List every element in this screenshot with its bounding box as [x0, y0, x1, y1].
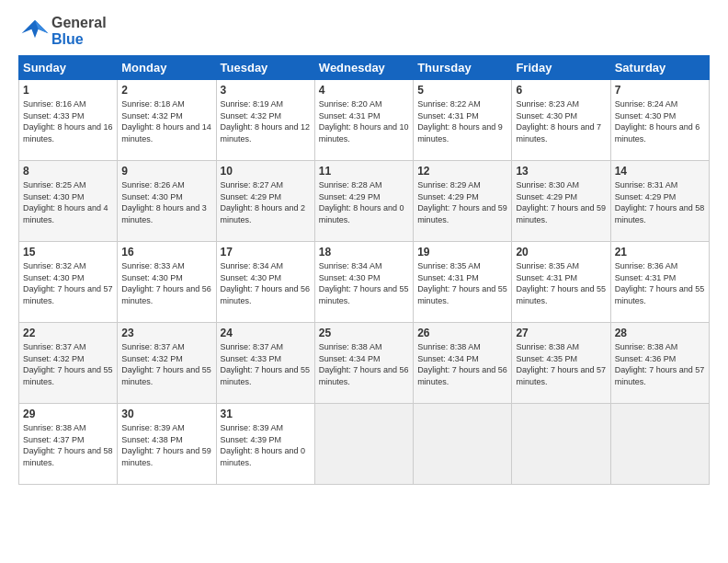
calendar-cell: 4Sunrise: 8:20 AMSunset: 4:31 PMDaylight…: [314, 80, 413, 161]
calendar-cell: [314, 404, 413, 485]
day-header-wednesday: Wednesday: [314, 56, 413, 80]
day-number: 17: [221, 246, 311, 259]
day-info: Sunrise: 8:22 AMSunset: 4:31 PMDaylight:…: [417, 99, 503, 144]
day-number: 24: [221, 327, 311, 339]
day-info: Sunrise: 8:16 AMSunset: 4:33 PMDaylight:…: [23, 99, 113, 144]
calendar-cell: 11Sunrise: 8:28 AMSunset: 4:29 PMDayligh…: [314, 161, 413, 242]
day-info: Sunrise: 8:32 AMSunset: 4:30 PMDaylight:…: [23, 261, 113, 305]
calendar-cell: [610, 404, 709, 485]
day-header-thursday: Thursday: [414, 56, 512, 80]
svg-marker-0: [22, 20, 49, 38]
day-info: Sunrise: 8:26 AMSunset: 4:30 PMDaylight:…: [121, 180, 207, 224]
week-row-2: 8Sunrise: 8:25 AMSunset: 4:30 PMDaylight…: [19, 161, 710, 242]
calendar-cell: 22Sunrise: 8:37 AMSunset: 4:32 PMDayligh…: [19, 323, 118, 404]
day-number: 1: [23, 84, 113, 97]
day-info: Sunrise: 8:38 AMSunset: 4:35 PMDaylight:…: [516, 342, 606, 386]
day-info: Sunrise: 8:33 AMSunset: 4:30 PMDaylight:…: [121, 261, 211, 305]
day-info: Sunrise: 8:31 AMSunset: 4:29 PMDaylight:…: [615, 180, 705, 224]
day-number: 28: [615, 327, 705, 339]
calendar-cell: 9Sunrise: 8:26 AMSunset: 4:30 PMDaylight…: [118, 161, 216, 242]
day-info: Sunrise: 8:39 AMSunset: 4:38 PMDaylight:…: [121, 423, 211, 467]
calendar-cell: 25Sunrise: 8:38 AMSunset: 4:34 PMDayligh…: [314, 323, 413, 404]
day-number: 14: [615, 165, 705, 178]
day-number: 6: [516, 84, 606, 97]
day-info: Sunrise: 8:37 AMSunset: 4:32 PMDaylight:…: [23, 342, 113, 386]
calendar-cell: 20Sunrise: 8:35 AMSunset: 4:31 PMDayligh…: [512, 242, 610, 323]
day-number: 8: [23, 165, 113, 178]
calendar-cell: 2Sunrise: 8:18 AMSunset: 4:32 PMDaylight…: [118, 80, 216, 161]
day-info: Sunrise: 8:39 AMSunset: 4:39 PMDaylight:…: [221, 423, 306, 467]
calendar-cell: 30Sunrise: 8:39 AMSunset: 4:38 PMDayligh…: [118, 404, 216, 485]
header: General Blue: [18, 15, 710, 48]
week-row-5: 29Sunrise: 8:38 AMSunset: 4:37 PMDayligh…: [19, 404, 710, 485]
calendar-cell: 1Sunrise: 8:16 AMSunset: 4:33 PMDaylight…: [19, 80, 118, 161]
day-info: Sunrise: 8:35 AMSunset: 4:31 PMDaylight:…: [516, 261, 606, 305]
day-info: Sunrise: 8:25 AMSunset: 4:30 PMDaylight:…: [23, 180, 108, 224]
day-info: Sunrise: 8:34 AMSunset: 4:30 PMDaylight:…: [221, 261, 311, 305]
day-info: Sunrise: 8:29 AMSunset: 4:29 PMDaylight:…: [417, 180, 507, 224]
day-info: Sunrise: 8:38 AMSunset: 4:34 PMDaylight:…: [319, 342, 409, 386]
calendar-cell: 21Sunrise: 8:36 AMSunset: 4:31 PMDayligh…: [610, 242, 709, 323]
calendar-cell: 26Sunrise: 8:38 AMSunset: 4:34 PMDayligh…: [414, 323, 512, 404]
calendar-cell: 18Sunrise: 8:34 AMSunset: 4:30 PMDayligh…: [314, 242, 413, 323]
calendar-cell: 10Sunrise: 8:27 AMSunset: 4:29 PMDayligh…: [216, 161, 314, 242]
day-number: 9: [121, 165, 211, 178]
day-header-saturday: Saturday: [610, 56, 709, 80]
calendar-cell: 12Sunrise: 8:29 AMSunset: 4:29 PMDayligh…: [414, 161, 512, 242]
day-info: Sunrise: 8:38 AMSunset: 4:34 PMDaylight:…: [417, 342, 507, 386]
day-number: 20: [516, 246, 606, 259]
calendar-cell: 7Sunrise: 8:24 AMSunset: 4:30 PMDaylight…: [610, 80, 709, 161]
day-number: 13: [516, 165, 606, 178]
page: General Blue SundayMondayTuesdayWednesda…: [0, 0, 728, 563]
day-number: 7: [615, 84, 705, 97]
day-info: Sunrise: 8:30 AMSunset: 4:29 PMDaylight:…: [516, 180, 606, 224]
day-info: Sunrise: 8:34 AMSunset: 4:30 PMDaylight:…: [319, 261, 409, 305]
calendar-cell: [512, 404, 610, 485]
day-info: Sunrise: 8:37 AMSunset: 4:33 PMDaylight:…: [221, 342, 311, 386]
logo-icon: [18, 15, 51, 48]
day-info: Sunrise: 8:27 AMSunset: 4:29 PMDaylight:…: [221, 180, 306, 224]
calendar-cell: 13Sunrise: 8:30 AMSunset: 4:29 PMDayligh…: [512, 161, 610, 242]
calendar-cell: 14Sunrise: 8:31 AMSunset: 4:29 PMDayligh…: [610, 161, 709, 242]
day-info: Sunrise: 8:20 AMSunset: 4:31 PMDaylight:…: [319, 99, 409, 144]
day-number: 4: [319, 84, 409, 97]
day-header-friday: Friday: [512, 56, 610, 80]
day-number: 26: [417, 327, 507, 339]
calendar-cell: 8Sunrise: 8:25 AMSunset: 4:30 PMDaylight…: [19, 161, 118, 242]
day-info: Sunrise: 8:38 AMSunset: 4:36 PMDaylight:…: [615, 342, 705, 386]
day-info: Sunrise: 8:19 AMSunset: 4:32 PMDaylight:…: [221, 99, 311, 144]
day-header-monday: Monday: [118, 56, 216, 80]
week-row-4: 22Sunrise: 8:37 AMSunset: 4:32 PMDayligh…: [19, 323, 710, 404]
day-info: Sunrise: 8:36 AMSunset: 4:31 PMDaylight:…: [615, 261, 705, 305]
day-number: 29: [23, 408, 113, 420]
day-info: Sunrise: 8:28 AMSunset: 4:29 PMDaylight:…: [319, 180, 404, 224]
logo: General Blue: [18, 15, 107, 48]
calendar-cell: 17Sunrise: 8:34 AMSunset: 4:30 PMDayligh…: [216, 242, 314, 323]
day-number: 18: [319, 246, 409, 259]
calendar-table: SundayMondayTuesdayWednesdayThursdayFrid…: [18, 55, 710, 485]
calendar-cell: 16Sunrise: 8:33 AMSunset: 4:30 PMDayligh…: [118, 242, 216, 323]
week-row-3: 15Sunrise: 8:32 AMSunset: 4:30 PMDayligh…: [19, 242, 710, 323]
day-number: 16: [121, 246, 211, 259]
calendar-cell: 6Sunrise: 8:23 AMSunset: 4:30 PMDaylight…: [512, 80, 610, 161]
week-row-1: 1Sunrise: 8:16 AMSunset: 4:33 PMDaylight…: [19, 80, 710, 161]
calendar-cell: 24Sunrise: 8:37 AMSunset: 4:33 PMDayligh…: [216, 323, 314, 404]
day-header-sunday: Sunday: [19, 56, 118, 80]
day-header-tuesday: Tuesday: [216, 56, 314, 80]
day-number: 31: [221, 408, 311, 420]
calendar-header-row: SundayMondayTuesdayWednesdayThursdayFrid…: [19, 56, 710, 80]
day-info: Sunrise: 8:24 AMSunset: 4:30 PMDaylight:…: [615, 99, 700, 144]
day-number: 25: [319, 327, 409, 339]
calendar-cell: 19Sunrise: 8:35 AMSunset: 4:31 PMDayligh…: [414, 242, 512, 323]
day-number: 22: [23, 327, 113, 339]
calendar-cell: 28Sunrise: 8:38 AMSunset: 4:36 PMDayligh…: [610, 323, 709, 404]
logo-text: General Blue: [51, 15, 107, 47]
calendar-cell: 23Sunrise: 8:37 AMSunset: 4:32 PMDayligh…: [118, 323, 216, 404]
day-number: 3: [221, 84, 311, 97]
calendar-cell: 31Sunrise: 8:39 AMSunset: 4:39 PMDayligh…: [216, 404, 314, 485]
day-number: 23: [121, 327, 211, 339]
day-info: Sunrise: 8:38 AMSunset: 4:37 PMDaylight:…: [23, 423, 113, 467]
day-number: 27: [516, 327, 606, 339]
day-number: 11: [319, 165, 409, 178]
calendar-cell: [414, 404, 512, 485]
